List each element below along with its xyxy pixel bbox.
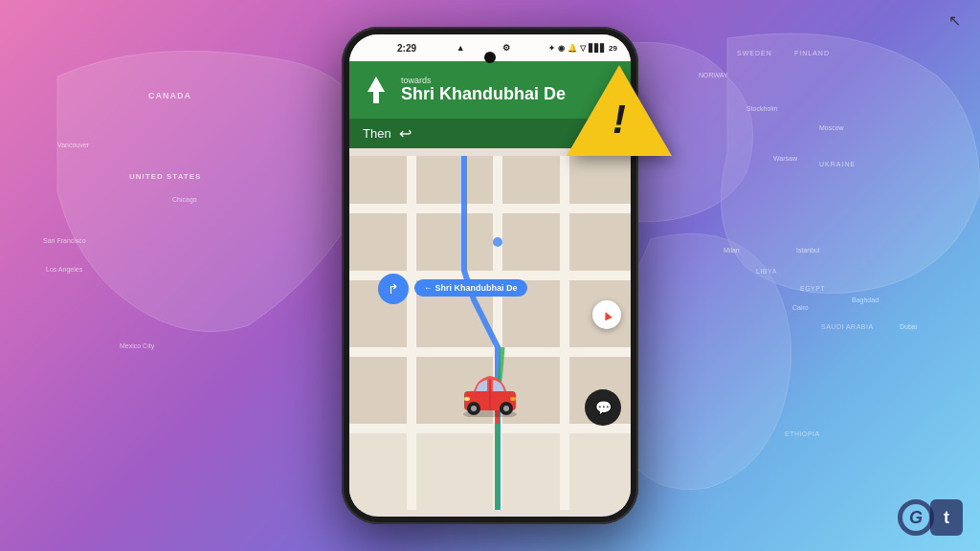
svg-point-24 xyxy=(493,237,502,247)
label-mexico-city: Mexico City xyxy=(120,342,154,349)
location-icon: ◉ xyxy=(558,44,565,53)
status-time: 2:29 xyxy=(397,43,416,54)
turn-direction-icon: ↱ xyxy=(388,281,399,297)
svg-rect-6 xyxy=(416,213,493,271)
navigation-icon: ▲ xyxy=(457,43,465,53)
label-egypt: EGYPT xyxy=(800,285,825,292)
gt-logo: G t xyxy=(898,499,963,536)
label-vancouver: Vancouver xyxy=(57,142,89,148)
label-ukraine: UKRAINE xyxy=(819,161,856,167)
svg-rect-23 xyxy=(560,156,569,510)
svg-rect-20 xyxy=(349,424,631,433)
cursor: ↖ xyxy=(948,11,961,30)
svg-rect-1 xyxy=(349,156,407,204)
triangle-shape: ! xyxy=(567,65,672,156)
svg-point-32 xyxy=(503,406,509,411)
gt-g-letter: G xyxy=(898,499,934,536)
street-name-label: ← Shri Khandubhai De xyxy=(414,279,527,297)
label-los-angeles: Los Angeles xyxy=(46,266,82,273)
label-saudi-arabia: SAUDI ARABIA xyxy=(821,323,874,330)
label-libya: LIBYA xyxy=(756,268,777,275)
label-cairo: Cairo xyxy=(792,304,809,311)
signal-icon: ▋▋▋ xyxy=(589,44,606,53)
map-area: ↱ ← Shri Khandubhai De ▲ 💬 xyxy=(349,149,631,517)
settings-icon: ⚙ xyxy=(502,43,510,53)
svg-rect-4 xyxy=(569,156,631,204)
triangle-inner: ! xyxy=(592,86,646,153)
turn-bubble: ↱ xyxy=(378,274,409,304)
label-canada: CANADA xyxy=(148,91,191,100)
label-finland: FINLAND xyxy=(794,50,830,56)
label-moscow: Moscow xyxy=(819,124,844,131)
svg-point-30 xyxy=(471,406,477,411)
svg-rect-21 xyxy=(407,156,416,510)
gt-t-letter: t xyxy=(930,499,963,536)
feedback-button[interactable]: 💬 xyxy=(585,389,621,426)
nav-direction-arrow xyxy=(363,73,390,107)
arrow-shaft xyxy=(373,92,379,103)
wifi-icon: ▽ xyxy=(580,44,586,53)
svg-rect-13 xyxy=(349,357,407,424)
label-norway: NORWAY xyxy=(699,72,728,78)
then-label: Then xyxy=(363,126,391,141)
arrow-head xyxy=(368,77,385,92)
label-sweden: SWEDEN xyxy=(737,50,772,56)
svg-rect-33 xyxy=(464,397,470,401)
label-warsaw: Warsaw xyxy=(773,155,797,162)
label-ethiopia: ETHIOPIA xyxy=(785,430,820,437)
battery-text: 29 xyxy=(609,44,617,53)
street-map-svg xyxy=(349,149,631,517)
label-san-francisco: San Francisco xyxy=(43,237,86,244)
label-chicago: Chicago xyxy=(172,196,197,203)
svg-rect-17 xyxy=(349,204,631,213)
svg-rect-3 xyxy=(502,156,560,204)
notifications-icon: 🔔 xyxy=(568,44,577,53)
compass-needle: ▲ xyxy=(597,305,615,324)
bluetooth-icon: ✦ xyxy=(548,44,555,53)
svg-rect-7 xyxy=(502,213,560,271)
label-stockholm: Stockholm xyxy=(746,105,778,112)
svg-rect-2 xyxy=(416,156,493,204)
warning-triangle: ! xyxy=(567,65,672,156)
label-dubai: Dubai xyxy=(900,323,917,330)
car-illustration xyxy=(457,364,523,421)
status-icons: ✦ ◉ 🔔 ▽ ▋▋▋ 29 xyxy=(548,44,617,53)
svg-rect-34 xyxy=(510,397,516,401)
label-istanbul: Istanbul xyxy=(796,247,820,253)
svg-rect-5 xyxy=(349,213,407,271)
label-milan: Milan xyxy=(724,247,740,253)
exclamation-mark: ! xyxy=(612,99,626,140)
chat-icon: 💬 xyxy=(595,400,612,415)
turn-icon: ↩ xyxy=(399,124,412,143)
car-svg xyxy=(457,364,523,417)
svg-rect-19 xyxy=(349,347,631,357)
compass-button[interactable]: ▲ xyxy=(592,300,621,329)
svg-rect-8 xyxy=(569,213,631,271)
label-baghdad: Baghdad xyxy=(852,297,879,303)
label-united-states: UNITED STATES xyxy=(129,172,201,181)
camera-hole xyxy=(484,52,496,63)
